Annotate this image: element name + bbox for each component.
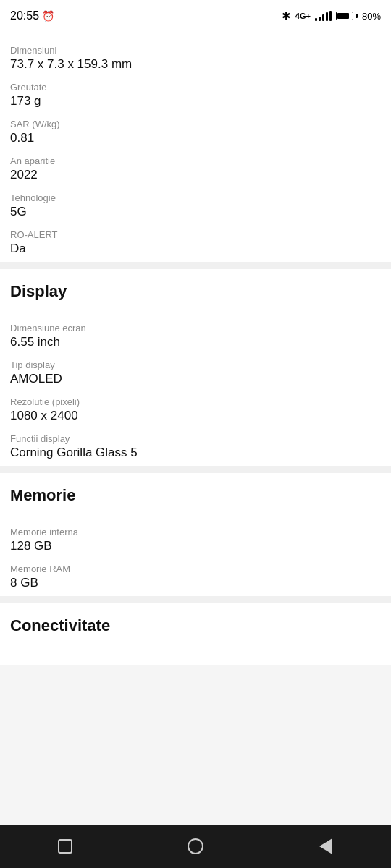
spec-tehnologie-label: Tehnologie xyxy=(10,192,381,203)
spec-memorie-interna: Memorie interna 128 GB xyxy=(10,522,381,559)
nav-recents-button[interactable] xyxy=(49,830,81,862)
spec-greutate-value: 173 g xyxy=(10,94,381,109)
spec-dimensiuni-label: Dimensiuni xyxy=(10,45,381,56)
conectivitate-section-title: Conectivitate xyxy=(10,616,381,635)
network-label: 4G+ xyxy=(295,12,311,20)
spec-functii-label: Functii display xyxy=(10,433,381,444)
display-section-title: Display xyxy=(10,282,381,301)
battery-icon xyxy=(336,12,358,20)
spec-dim-ecran-label: Dimensiune ecran xyxy=(10,323,381,333)
spec-tehnologie: Tehnologie 5G xyxy=(10,188,381,225)
scroll-area: Dimensiuni 73.7 x 7.3 x 159.3 mm Greutat… xyxy=(0,32,391,709)
spec-dimensiuni-value: 73.7 x 7.3 x 159.3 mm xyxy=(10,57,381,72)
conectivitate-section-header: Conectivitate xyxy=(0,603,391,644)
spec-an-label: An aparitie xyxy=(10,156,381,166)
spec-functii-display: Functii display Corning Gorilla Glass 5 xyxy=(10,429,381,466)
spec-rezolutie-label: Rezolutie (pixeli) xyxy=(10,396,381,407)
alarm-icon: ⏰ xyxy=(42,10,54,22)
spec-tip-display-label: Tip display xyxy=(10,359,381,370)
spec-tip-display-value: AMOLED xyxy=(10,372,381,386)
memorie-specs: Memorie interna 128 GB Memorie RAM 8 GB xyxy=(0,514,391,596)
signal-bars xyxy=(315,11,332,21)
divider-conectivitate xyxy=(0,596,391,603)
spec-rezolutie: Rezolutie (pixeli) 1080 x 2400 xyxy=(10,392,381,429)
spec-memorie-interna-value: 128 GB xyxy=(10,539,381,553)
divider-display xyxy=(0,262,391,269)
spec-roalert-value: Da xyxy=(10,242,381,256)
nav-bar xyxy=(0,825,391,868)
spec-an: An aparitie 2022 xyxy=(10,151,381,188)
display-section-header: Display xyxy=(0,269,391,310)
spec-memorie-interna-label: Memorie interna xyxy=(10,527,381,537)
divider-memorie xyxy=(0,466,391,473)
spec-rezolutie-value: 1080 x 2400 xyxy=(10,409,381,423)
spec-sar-value: 0.81 xyxy=(10,131,381,145)
display-specs: Dimensiune ecran 6.55 inch Tip display A… xyxy=(0,310,391,466)
spec-sar-label: SAR (W/kg) xyxy=(10,119,381,129)
spec-roalert-label: RO-ALERT xyxy=(10,229,381,240)
spec-an-value: 2022 xyxy=(10,168,381,182)
spec-greutate-label: Greutate xyxy=(10,82,381,93)
spec-memorie-ram-value: 8 GB xyxy=(10,576,381,590)
nav-triangle-icon xyxy=(319,838,332,854)
nav-square-icon xyxy=(58,839,72,854)
status-bar: 20:55 ⏰ ✱ 4G+ 80% xyxy=(0,0,391,32)
spec-dimensiuni: Dimensiuni 73.7 x 7.3 x 159.3 mm xyxy=(10,41,381,77)
battery-label: 80% xyxy=(362,11,381,22)
spec-sar: SAR (W/kg) 0.81 xyxy=(10,114,381,151)
spec-memorie-ram: Memorie RAM 8 GB xyxy=(10,559,381,596)
nav-back-button[interactable] xyxy=(310,830,342,862)
conectivitate-padding xyxy=(0,644,391,665)
status-right-icons: ✱ 4G+ 80% xyxy=(282,9,381,22)
bluetooth-icon: ✱ xyxy=(282,9,291,22)
nav-home-button[interactable] xyxy=(180,830,211,862)
nav-circle-icon xyxy=(188,838,203,854)
status-time: 20:55 ⏰ xyxy=(10,9,54,22)
spec-tip-display: Tip display AMOLED xyxy=(10,355,381,392)
spec-dim-ecran: Dimensiune ecran 6.55 inch xyxy=(10,318,381,355)
spec-dim-ecran-value: 6.55 inch xyxy=(10,335,381,349)
time-label: 20:55 xyxy=(10,9,39,22)
memorie-section-title: Memorie xyxy=(10,486,381,505)
spec-tehnologie-value: 5G xyxy=(10,205,381,219)
spec-roalert: RO-ALERT Da xyxy=(10,225,381,262)
spec-memorie-ram-label: Memorie RAM xyxy=(10,563,381,574)
spec-greutate: Greutate 173 g xyxy=(10,77,381,114)
memorie-section-header: Memorie xyxy=(0,473,391,514)
spec-functii-value: Corning Gorilla Glass 5 xyxy=(10,446,381,460)
general-specs-section: Dimensiuni 73.7 x 7.3 x 159.3 mm Greutat… xyxy=(0,32,391,262)
